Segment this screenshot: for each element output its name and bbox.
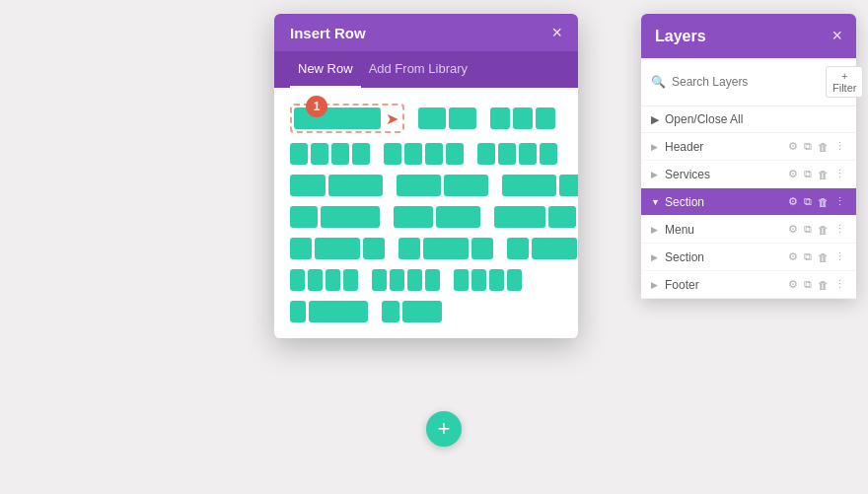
layout-option-r2c[interactable] — [477, 143, 557, 165]
plus-icon: + — [438, 418, 451, 440]
layout-option-r7a[interactable] — [290, 301, 368, 322]
layer-item-menu[interactable]: ▶ Menu ⚙ ⧉ 🗑 ⋮ — [641, 216, 856, 244]
chevron-icon: ▶ — [651, 252, 661, 262]
modal-body: 1 ➤ — [274, 88, 578, 338]
layout-option-3col[interactable] — [490, 107, 555, 129]
block — [382, 301, 399, 322]
block — [446, 143, 464, 165]
tab-add-from-library[interactable]: Add From Library — [361, 51, 475, 88]
block — [532, 238, 577, 259]
layers-title: Layers — [655, 28, 706, 45]
layout-row-7 — [290, 301, 562, 322]
more-icon[interactable]: ⋮ — [833, 194, 846, 209]
delete-icon[interactable]: 🗑 — [817, 195, 830, 209]
layer-item-section-2[interactable]: ▶ Section ⚙ ⧉ 🗑 ⋮ — [641, 244, 856, 271]
modal-title: Insert Row — [290, 25, 366, 41]
filter-button[interactable]: + Filter — [826, 66, 863, 98]
layout-option-r6c[interactable] — [454, 269, 522, 291]
layout-option-r2b[interactable] — [384, 143, 464, 165]
layout-option-r7b[interactable] — [382, 301, 442, 322]
layout-option-r6b[interactable] — [372, 269, 440, 291]
more-icon[interactable]: ⋮ — [833, 139, 846, 154]
duplicate-icon[interactable]: ⧉ — [803, 167, 813, 181]
block — [559, 175, 578, 196]
layout-option-1col[interactable]: 1 ➤ — [290, 104, 404, 133]
add-row-button[interactable]: + — [426, 411, 462, 447]
layout-option-r5b[interactable] — [398, 238, 493, 259]
layout-row-5 — [290, 238, 562, 259]
layer-name: Section — [665, 195, 787, 209]
settings-icon[interactable]: ⚙ — [787, 277, 799, 292]
delete-icon[interactable]: 🗑 — [817, 140, 830, 154]
block — [425, 143, 443, 165]
more-icon[interactable]: ⋮ — [833, 277, 846, 292]
block — [471, 269, 486, 291]
settings-icon[interactable]: ⚙ — [787, 139, 799, 154]
layer-item-services[interactable]: ▶ Services ⚙ ⧉ 🗑 ⋮ — [641, 161, 856, 188]
layout-option-r6a[interactable] — [290, 269, 358, 291]
more-icon[interactable]: ⋮ — [833, 167, 846, 181]
layout-option-r2a[interactable] — [290, 143, 370, 165]
layers-panel: Layers × 🔍 + Filter ▶ Open/Close All ▶ H… — [641, 14, 856, 299]
layout-option-r4b[interactable] — [394, 206, 480, 228]
block — [398, 238, 420, 259]
settings-icon[interactable]: ⚙ — [787, 249, 799, 264]
block — [290, 269, 305, 291]
delete-icon[interactable]: 🗑 — [817, 168, 830, 181]
search-input[interactable] — [672, 75, 820, 89]
block — [404, 143, 422, 165]
block — [308, 269, 323, 291]
block — [519, 143, 537, 165]
layer-item-section-active[interactable]: ▼ Section ⚙ ⧉ 🗑 ⋮ — [641, 188, 856, 216]
more-icon[interactable]: ⋮ — [833, 249, 846, 264]
duplicate-icon[interactable]: ⧉ — [803, 222, 813, 237]
block — [548, 206, 576, 228]
duplicate-icon[interactable]: ⧉ — [803, 249, 813, 264]
layout-option-2col[interactable] — [418, 107, 476, 129]
chevron-icon: ▼ — [651, 197, 661, 207]
layout-option-r4a[interactable] — [290, 206, 380, 228]
duplicate-icon[interactable]: ⧉ — [803, 194, 813, 209]
layer-name: Menu — [665, 223, 787, 237]
row-layouts: 1 ➤ — [290, 104, 562, 322]
block — [290, 143, 308, 165]
duplicate-icon[interactable]: ⧉ — [803, 139, 813, 154]
layout-option-r3c[interactable] — [502, 175, 578, 196]
delete-icon[interactable]: 🗑 — [817, 250, 830, 264]
block — [454, 269, 469, 291]
block — [425, 269, 440, 291]
block — [290, 206, 318, 228]
modal-close-button[interactable]: × — [551, 24, 562, 41]
layers-search: 🔍 + Filter — [641, 58, 856, 106]
chevron-icon: ▶ — [651, 142, 661, 152]
insert-row-modal: Insert Row × New Row Add From Library 1 … — [274, 14, 578, 338]
block — [328, 175, 383, 196]
layout-option-r3b[interactable] — [397, 175, 488, 196]
block — [407, 269, 422, 291]
layout-option-r5c[interactable] — [507, 238, 578, 259]
layout-option-r5a[interactable] — [290, 238, 385, 259]
settings-icon[interactable]: ⚙ — [787, 194, 799, 209]
block — [540, 143, 557, 165]
chevron-icon: ▶ — [651, 280, 661, 290]
delete-icon[interactable]: 🗑 — [817, 278, 830, 292]
delete-icon[interactable]: 🗑 — [817, 223, 830, 237]
tab-new-row[interactable]: New Row — [290, 51, 361, 88]
duplicate-icon[interactable]: ⧉ — [803, 277, 813, 292]
layers-close-button[interactable]: × — [832, 26, 842, 46]
settings-icon[interactable]: ⚙ — [787, 167, 799, 181]
chevron-right-icon: ▶ — [651, 113, 659, 126]
open-close-all[interactable]: ▶ Open/Close All — [641, 106, 856, 133]
block — [311, 143, 328, 165]
block — [444, 175, 488, 196]
chevron-icon: ▶ — [651, 225, 661, 235]
block — [384, 143, 401, 165]
layer-item-header[interactable]: ▶ Header ⚙ ⧉ 🗑 ⋮ — [641, 133, 856, 161]
layout-option-r3a[interactable] — [290, 175, 383, 196]
settings-icon[interactable]: ⚙ — [787, 222, 799, 237]
layer-item-footer[interactable]: ▶ Footer ⚙ ⧉ 🗑 ⋮ — [641, 271, 856, 299]
block — [418, 107, 446, 129]
block — [490, 107, 510, 129]
layout-option-r4c[interactable] — [494, 206, 576, 228]
more-icon[interactable]: ⋮ — [833, 222, 846, 237]
